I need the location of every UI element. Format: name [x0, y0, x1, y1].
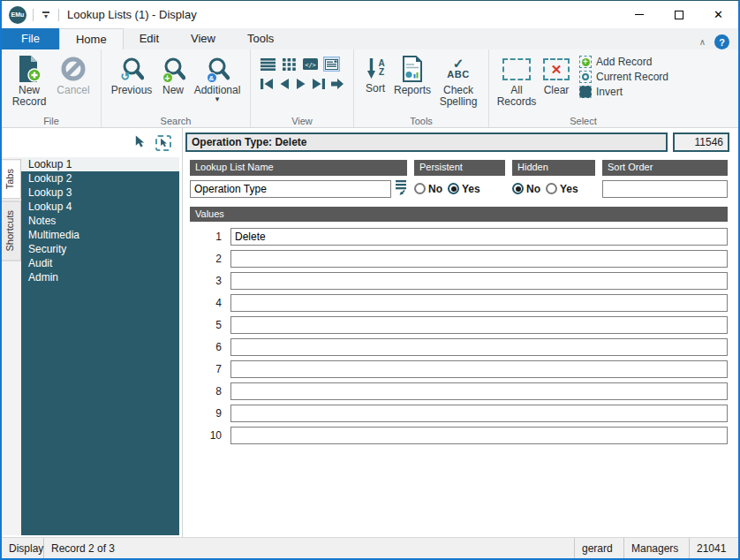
help-icon[interactable]: ?	[714, 34, 729, 49]
current-record-select-button[interactable]: Current Record	[579, 71, 668, 83]
tab-view[interactable]: View	[175, 28, 231, 49]
sidebar-item-lookup4[interactable]: Lookup 4	[21, 200, 179, 214]
sort-button[interactable]: AZ Sort	[359, 52, 391, 95]
pointer-cursor-icon[interactable]	[133, 134, 147, 151]
value-input-1[interactable]	[230, 228, 728, 246]
sort-order-input[interactable]	[602, 180, 728, 198]
value-row: 6	[190, 338, 728, 356]
lookup-list-name-header: Lookup List Name	[190, 160, 407, 176]
invert-selection-icon	[579, 86, 592, 98]
record-summary-bar: Operation Type: Delete	[185, 132, 668, 152]
sidebar-item-lookup1[interactable]: Lookup 1	[21, 157, 179, 171]
value-input-9[interactable]	[230, 405, 728, 422]
list-view-button[interactable]	[260, 57, 276, 72]
sidebar-item-multimedia[interactable]: Multimedia	[21, 228, 179, 242]
window-title: Lookup Lists (1) - Display	[67, 8, 197, 21]
tab-list-panel: Lookup 1 Lookup 2 Lookup 3 Lookup 4 Note…	[21, 157, 179, 535]
sidebar-toolbar	[2, 128, 182, 157]
hidden-radio-group: No Yes	[512, 183, 595, 195]
value-input-6[interactable]	[230, 338, 728, 356]
reports-button[interactable]: Reports	[391, 52, 434, 97]
maximize-button[interactable]	[659, 1, 698, 28]
clear-selection-button[interactable]: ✕ Clear	[539, 52, 574, 97]
hidden-no-option[interactable]: No	[512, 183, 540, 195]
sidebar-item-security[interactable]: Security	[21, 242, 179, 256]
last-record-button[interactable]	[312, 78, 326, 93]
new-search-button[interactable]: + New	[156, 52, 190, 97]
ribbon-group-tools: AZ Sort Reports	[354, 49, 489, 127]
detail-view-button[interactable]	[323, 57, 340, 72]
tab-file[interactable]: File	[2, 28, 59, 49]
collapse-ribbon-icon[interactable]: ∧	[699, 37, 706, 47]
value-input-7[interactable]	[230, 360, 728, 378]
sidebar-tab-tabs[interactable]: Tabs	[2, 159, 21, 199]
detail-view-icon	[325, 59, 338, 70]
minimize-button[interactable]	[619, 1, 659, 28]
persistent-yes-radio[interactable]	[448, 183, 459, 194]
quick-access-dropdown-icon[interactable]: ▾	[40, 11, 52, 19]
ribbon-group-view: </>	[251, 49, 354, 127]
sidebar-item-admin[interactable]: Admin	[21, 270, 179, 284]
ribbon-group-select: All Records ✕ Clear + Add Record Current…	[489, 49, 677, 127]
svg-text:</>: </>	[305, 62, 316, 69]
additional-dropdown-icon: ▾	[215, 96, 220, 102]
sidebar-tab-shortcuts[interactable]: Shortcuts	[2, 201, 21, 261]
add-record-select-button[interactable]: + Add Record	[579, 56, 668, 68]
cancel-label: Cancel	[57, 85, 89, 96]
check-spelling-button[interactable]: ✓ ABC Check Spelling	[434, 52, 483, 109]
persistent-no-option[interactable]: No	[414, 183, 442, 195]
hidden-yes-radio[interactable]	[546, 183, 557, 194]
previous-label: Previous	[111, 85, 153, 96]
value-row: 8	[190, 382, 728, 400]
sidebar-item-lookup2[interactable]: Lookup 2	[21, 171, 179, 185]
grid-view-icon	[283, 58, 296, 71]
previous-record-button[interactable]	[278, 78, 291, 93]
goto-record-button[interactable]	[330, 78, 344, 93]
first-record-button[interactable]	[260, 78, 274, 93]
additional-search-button[interactable]: & Additional ▾	[190, 52, 245, 102]
value-input-4[interactable]	[230, 294, 728, 312]
group-label-tools: Tools	[354, 116, 488, 126]
tab-tools[interactable]: Tools	[231, 28, 290, 49]
titlebar-divider	[58, 9, 59, 21]
all-records-icon	[502, 53, 531, 85]
all-records-label: All Records	[495, 85, 538, 108]
new-record-label: New Record	[8, 85, 50, 108]
close-button[interactable]: ✕	[698, 1, 738, 28]
lookup-list-icon[interactable]	[395, 179, 407, 198]
invert-selection-button[interactable]: Invert	[579, 86, 668, 98]
value-input-5[interactable]	[230, 316, 728, 334]
group-label-search: Search	[102, 116, 250, 126]
tab-edit[interactable]: Edit	[124, 28, 175, 49]
sidebar-item-lookup3[interactable]: Lookup 3	[21, 185, 179, 200]
check-spelling-label: Check Spelling	[434, 85, 482, 108]
value-row-number: 8	[190, 385, 222, 397]
cancel-button[interactable]: Cancel	[51, 52, 95, 97]
grid-view-button[interactable]	[281, 57, 298, 72]
record-panel: Operation Type: Delete 11546 Lookup List…	[183, 128, 738, 537]
code-view-button[interactable]: </>	[302, 57, 319, 72]
sidebar-item-notes[interactable]: Notes	[21, 214, 179, 228]
value-input-2[interactable]	[230, 250, 728, 268]
value-input-10[interactable]	[230, 427, 728, 444]
all-records-button[interactable]: All Records	[495, 52, 539, 109]
lookup-list-name-input[interactable]	[190, 180, 391, 198]
value-input-8[interactable]	[230, 382, 728, 400]
sidebar-item-audit[interactable]: Audit	[21, 256, 179, 270]
close-icon: ✕	[714, 8, 723, 21]
record-number-box: 11546	[673, 132, 729, 152]
ribbon-group-search: ↺ Previous + New	[102, 49, 251, 127]
value-input-3[interactable]	[230, 272, 728, 290]
persistent-no-radio[interactable]	[414, 183, 426, 194]
hidden-yes-option[interactable]: Yes	[546, 183, 578, 195]
tab-home[interactable]: Home	[59, 28, 124, 49]
previous-search-button[interactable]: ↺ Previous	[107, 52, 156, 97]
persistent-no-label: No	[428, 183, 442, 195]
status-bar: Display Record 2 of 3 gerard Managers 21…	[2, 537, 738, 558]
persistent-yes-option[interactable]: Yes	[448, 183, 480, 195]
next-record-button[interactable]	[295, 78, 307, 93]
hidden-no-radio[interactable]	[512, 183, 524, 194]
new-record-button[interactable]: New Record	[7, 52, 51, 109]
marquee-select-icon[interactable]	[155, 135, 171, 151]
sort-icon: AZ	[366, 53, 384, 83]
